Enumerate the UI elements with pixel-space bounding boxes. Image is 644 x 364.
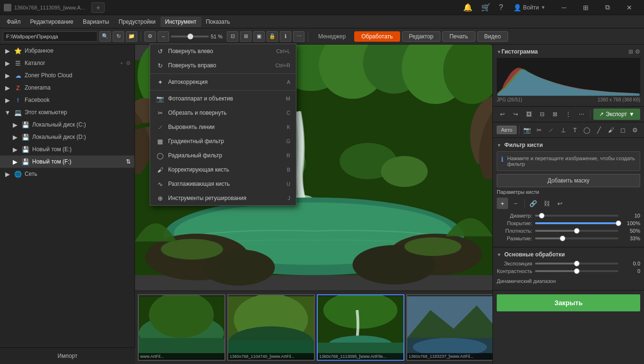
menu-autocorrect[interactable]: ✦ Автокоррекция A [150,75,296,89]
menu-variants[interactable]: Варианты [78,17,114,27]
menu-radial-filter[interactable]: ◯ Радиальный фильтр R [150,148,296,163]
tab-print[interactable]: Печать [442,31,475,42]
tab-manager[interactable]: Менеджер [312,32,352,41]
help-icon[interactable]: ? [499,3,503,12]
straighten-tool-icon[interactable]: ⟋ [546,124,556,136]
menu-camera-lens[interactable]: 📷 Фотоаппарат и объектив M [150,91,296,106]
text-tool-icon[interactable]: T [570,124,580,136]
redo-btn[interactable]: ↪ [510,109,521,120]
preview-btn[interactable]: 🖼 [523,109,535,120]
more-btn[interactable]: ⋯ [293,31,304,42]
export-btn[interactable]: ↗ Экспорт ▼ [593,109,640,120]
diameter-thumb[interactable] [539,213,545,218]
circle-tool-icon[interactable]: ◯ [581,124,592,136]
brush-reset-icon[interactable]: ↩ [554,198,565,209]
menu-show[interactable]: Показать [201,17,235,27]
basic-adj-header[interactable]: ▼ Основные обработки [497,251,640,258]
contrast-track[interactable] [535,270,618,272]
maximize-btn[interactable]: ⊞ [575,0,597,15]
lock-btn[interactable]: 🔒 [267,31,278,42]
menu-rotate-right[interactable]: ↻ Повернуть вправо Ctrl+R [150,58,296,73]
folder-btn[interactable]: 📁 [126,31,137,42]
menu-straighten[interactable]: ⟋ Выровнять линии K [150,120,296,134]
diameter-track[interactable] [535,215,618,217]
menu-file[interactable]: Файл [2,17,26,27]
brush-link-icon[interactable]: 🔗 [528,198,539,209]
menu-grad-filter[interactable]: ▦ Градиентный фильтр G [150,134,296,148]
paint-tool-icon[interactable]: 🖌 [606,124,616,136]
blur-track[interactable] [535,237,618,239]
sidebar-item-disk-d[interactable]: ▶ 💾 Локальный диск (D:) [0,131,134,143]
zoom-out-btn[interactable]: − [158,31,169,42]
zoom-btn[interactable]: ▣ [253,31,265,42]
exposure-track[interactable] [535,263,618,264]
menu-presets[interactable]: Предустройки [114,17,160,27]
sidebar-item-network[interactable]: ▶ 🌐 Сеть [0,168,134,180]
tab-process[interactable]: Обработать [354,31,400,42]
menu-edit[interactable]: Редактирование [26,17,78,27]
coverage-thumb[interactable] [616,220,621,226]
user-area[interactable]: 👤 Войти ▼ [513,4,546,11]
menu-corr-brush[interactable]: 🖌 Корректирующая кисть B [150,163,296,177]
tab-editor[interactable]: Редактор [402,31,441,42]
sidebar-item-vol-f[interactable]: ▶ 💾 Новый том (F:) ⇅ [0,155,134,168]
menu-rotate-left[interactable]: ↺ Повернуть влево Ctrl+L [150,44,296,58]
zoom-slider[interactable] [171,36,209,37]
more-rt-btn[interactable]: ⋯ [576,109,587,120]
sidebar-item-disk-c[interactable]: ▶ 💾 Локальный диск (C:) [0,118,134,131]
cart-icon[interactable]: 🛒 [481,3,491,12]
close-panel-btn[interactable]: Закрыть [497,294,640,311]
compare2-btn[interactable]: ⊠ [549,109,561,120]
new-tab-btn[interactable]: + [91,2,105,13]
contrast-thumb[interactable] [574,268,580,274]
density-track[interactable] [535,230,618,232]
refresh-btn[interactable]: ↻ [113,31,124,42]
fit-btn[interactable]: ⊡ [227,31,238,42]
histogram-grid-btn[interactable]: ⊞ [628,48,633,55]
add-mask-btn[interactable]: Добавить маску [497,174,640,187]
sidebar-item-zonerama[interactable]: ▶ Z Zonerama [0,82,134,94]
import-btn[interactable]: Импорт [58,353,78,359]
undo-btn[interactable]: ↩ [497,109,508,120]
sidebar-item-favorites[interactable]: ▶ ⭐ Избранное [0,45,134,57]
view-btn-1[interactable]: ⚙ [144,31,156,42]
compare-btn[interactable]: ⊟ [537,109,548,120]
eraser-tool-icon[interactable]: ◻ [617,124,628,136]
blur-thumb[interactable] [560,236,565,241]
brush-unlink-icon[interactable]: ⛓ [541,198,552,209]
restore-btn[interactable]: ⧉ [597,0,618,15]
density-thumb[interactable] [574,228,580,234]
brush-plus-icon[interactable]: + [497,198,508,209]
crop-tool-icon[interactable]: ✂ [534,124,544,136]
camera-tool-icon[interactable]: 📷 [522,124,532,136]
sidebar-item-computer[interactable]: ▼ 💻 Этот компьютер [0,106,134,118]
close-btn-win[interactable]: ✕ [618,0,640,15]
path-input[interactable] [3,31,98,42]
sidebar-item-facebook[interactable]: ▶ f Facebook [0,94,134,106]
menu-crop-rotate[interactable]: ✂ Обрезать и повернуть C [150,106,296,120]
vertical-align-icon[interactable]: ⊥ [558,124,568,136]
film-thumb-4[interactable]: 1360x768_1183237_[www.ArtFil... [406,294,492,361]
img-info-btn[interactable]: ℹ [280,31,291,42]
settings-tool-icon[interactable]: ⚙ [630,124,640,136]
histogram-settings-btn[interactable]: ⚙ [635,48,640,55]
minimize-btn[interactable]: ─ [553,0,575,15]
catalog-settings-icon[interactable]: ⚙ [126,60,131,66]
sidebar-item-catalog[interactable]: ▶ ☰ Каталог + ⚙ [0,57,134,69]
tab-video[interactable]: Видео [477,31,508,42]
search-btn[interactable]: 🔍 [99,31,111,42]
full-btn[interactable]: ⊞ [240,31,251,42]
brush-filter-header[interactable]: ▼ Фильтр кисти [497,142,640,148]
menu-retouch-tools[interactable]: ⊕ Инструменты ретуширования J [150,191,296,205]
brush-minus-icon[interactable]: − [510,198,521,209]
catalog-add-icon[interactable]: + [120,60,123,66]
before-after-btn[interactable]: ⋮ [563,109,574,120]
histogram-collapse-icon[interactable]: ▼ [497,49,501,55]
sidebar-item-vol-e[interactable]: ▶ 💾 Новый том (E:) [0,143,134,155]
coverage-track[interactable] [535,222,618,224]
exposure-thumb[interactable] [574,261,580,266]
menu-smooth-brush[interactable]: ∿ Разглаживающая кисть U [150,177,296,191]
film-thumb-3[interactable]: 1360x768_1113095_[www.ArtFile... [317,294,404,361]
film-thumb-2[interactable]: 1360x768_1104740_[www.ArtFil... [227,294,315,361]
menu-instrument[interactable]: Инструмент [161,17,201,27]
